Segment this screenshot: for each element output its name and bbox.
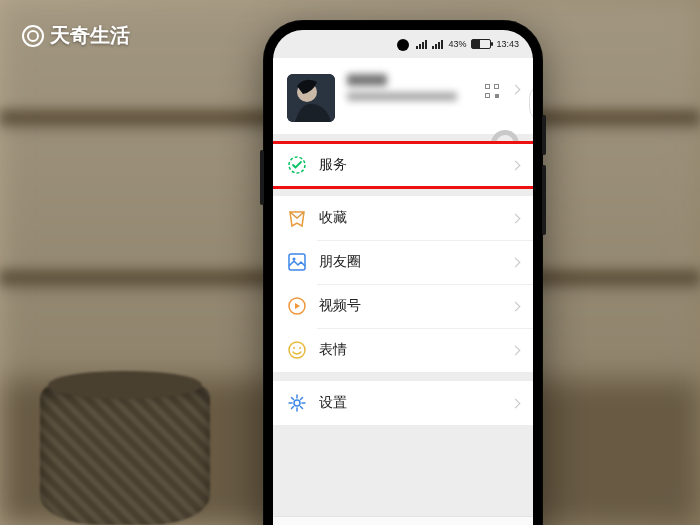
tab-discover[interactable]: 发现 [403, 517, 468, 525]
camera-notch [397, 39, 409, 51]
menu-label: 朋友圈 [319, 253, 512, 271]
chevron-right-icon [511, 257, 521, 267]
battery-icon [471, 39, 491, 49]
settings-icon [287, 393, 307, 413]
chevron-right-icon [511, 160, 521, 170]
chevron-right-icon [511, 85, 521, 95]
services-icon [287, 155, 307, 175]
menu-label: 设置 [319, 394, 512, 412]
status-button[interactable]: 状态 [529, 84, 533, 122]
chevron-right-icon [511, 301, 521, 311]
phone-button-left [260, 150, 264, 205]
menu-item-settings[interactable]: 设置 [273, 381, 533, 425]
svg-point-6 [289, 342, 305, 358]
menu-label: 收藏 [319, 209, 512, 227]
stickers-icon [287, 340, 307, 360]
tab-bar: 微信 通讯录 发现 我 [273, 516, 533, 525]
svg-point-7 [293, 347, 295, 349]
avatar[interactable] [287, 74, 335, 122]
watermark-logo-icon [22, 25, 44, 47]
svg-point-8 [299, 347, 301, 349]
menu-item-stickers[interactable]: 表情 [273, 328, 533, 372]
chevron-right-icon [511, 213, 521, 223]
channels-icon [287, 296, 307, 316]
tab-me[interactable]: 我 [468, 517, 533, 525]
svg-point-9 [294, 400, 300, 406]
watermark: 天奇生活 [22, 22, 130, 49]
menu-label: 视频号 [319, 297, 512, 315]
profile-name-blurred [347, 74, 457, 101]
chevron-right-icon [511, 398, 521, 408]
phone-frame: 43% 13:43 状态 ··· 服务 [263, 20, 543, 525]
tab-chats[interactable]: 微信 [273, 517, 338, 525]
menu-label: 服务 [319, 156, 512, 174]
signal-icon [432, 40, 443, 49]
menu-item-favorites[interactable]: 收藏 [273, 196, 533, 240]
status-time: 13:43 [496, 39, 519, 49]
menu-item-moments[interactable]: 朋友圈 [273, 240, 533, 284]
phone-button-volume [542, 165, 546, 235]
svg-rect-3 [289, 254, 305, 270]
menu-item-services[interactable]: 服务 [273, 143, 533, 187]
qr-code-icon[interactable] [485, 84, 499, 98]
favorites-icon [287, 208, 307, 228]
signal-icon [416, 40, 427, 49]
chevron-right-icon [511, 345, 521, 355]
battery-percent: 43% [448, 39, 466, 49]
profile-header[interactable]: 状态 ··· [273, 58, 533, 134]
phone-button-power [542, 115, 546, 155]
moments-icon [287, 252, 307, 272]
menu-item-channels[interactable]: 视频号 [273, 284, 533, 328]
tab-contacts[interactable]: 通讯录 [338, 517, 403, 525]
phone-screen: 43% 13:43 状态 ··· 服务 [273, 30, 533, 525]
menu-label: 表情 [319, 341, 512, 359]
watermark-text: 天奇生活 [50, 22, 130, 49]
basket-prop [40, 385, 210, 525]
